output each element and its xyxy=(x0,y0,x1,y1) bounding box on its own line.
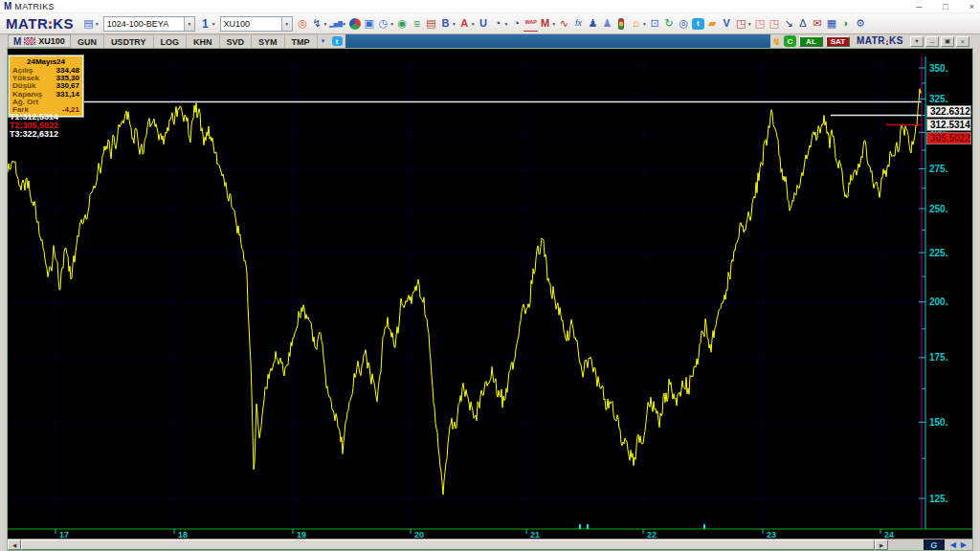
scrollbar-thumb[interactable] xyxy=(21,540,875,550)
globe-icon[interactable]: ◉ xyxy=(395,16,410,32)
alarm-clock-icon[interactable]: ◔ xyxy=(490,16,504,32)
chart-frame-icon[interactable]: ◳ xyxy=(752,16,767,32)
ohlc-info-panel: 24Mayıs24 Açılış334,48Yüksek335,30Düşük3… xyxy=(9,55,83,117)
monitor-icon[interactable]: ▣ xyxy=(362,16,376,32)
header-caret-button[interactable]: ▾ xyxy=(910,36,924,47)
matriks-corner-logo: G xyxy=(924,540,945,550)
chart-frame2-icon[interactable]: ◳ xyxy=(767,16,781,32)
twitter-icon[interactable]: t xyxy=(691,16,705,32)
news-icon[interactable]: ▤ xyxy=(424,16,438,32)
chart-tab[interactable]: M XU100 xyxy=(8,34,71,48)
header-minimize-button[interactable]: ─ xyxy=(925,36,939,47)
pie-chart-icon[interactable] xyxy=(347,16,362,32)
scroll-left-button[interactable]: ◀ xyxy=(8,540,21,550)
x-axis-label: 21 xyxy=(530,530,540,539)
header-button-svd[interactable]: SVD xyxy=(220,34,253,48)
person-icon[interactable]: ♟ xyxy=(586,16,600,32)
search-icon[interactable]: ◎ xyxy=(677,16,691,32)
event-marker xyxy=(703,524,705,529)
app-titlebar: M MATRIKS ─□× xyxy=(0,0,980,13)
header-matriks-logo: MATR KS xyxy=(857,36,903,46)
matriks-m-icon[interactable]: M xyxy=(538,16,552,32)
price-chart-svg[interactable]: 350.325.300.275.250.225.200.175.150.125.… xyxy=(8,49,972,539)
header-button-gun[interactable]: GUN xyxy=(71,34,104,48)
mini-chart-icon[interactable]: ∿ xyxy=(557,16,571,32)
quote-list-icon[interactable]: ≡ xyxy=(410,16,424,32)
header-twitter-icon[interactable]: t xyxy=(329,34,345,48)
letter-a-icon[interactable]: A xyxy=(457,16,472,32)
chart-window-icon[interactable]: ◳ xyxy=(734,16,748,32)
send-icon[interactable]: ↘ xyxy=(781,16,795,32)
buy-button[interactable]: AL xyxy=(799,36,823,47)
y-axis-label: 325. xyxy=(929,94,948,104)
minimize-button[interactable]: ─ xyxy=(916,3,922,11)
scroll-right-button[interactable]: ▶ xyxy=(875,540,888,550)
chevron-down-icon[interactable]: ▾ xyxy=(281,17,292,31)
chart-scrollbar[interactable]: ◀ ▶ G ◀ ▶ xyxy=(8,539,972,550)
letter-v-icon[interactable]: V xyxy=(720,16,734,32)
chevron-down-icon[interactable]: ▾ xyxy=(748,21,751,27)
info-value: -4,21 xyxy=(62,106,79,114)
mail-icon[interactable]: ✉ xyxy=(810,16,824,32)
documents-icon[interactable]: ⊡ xyxy=(648,16,662,32)
header-button-khn[interactable]: KHN xyxy=(187,34,220,48)
bank-icon[interactable]: ⌂ xyxy=(629,16,643,32)
symbol-select[interactable]: XU100▾ xyxy=(220,16,293,32)
scrollbar-track[interactable] xyxy=(888,540,924,550)
chart-frame: 350.325.300.275.250.225.200.175.150.125.… xyxy=(7,48,973,551)
chevron-down-icon[interactable]: ▾ xyxy=(324,21,327,27)
chevron-down-icon[interactable]: ▾ xyxy=(472,21,475,27)
header-button-usdtry[interactable]: USDTRY xyxy=(104,34,154,48)
trendline-label: T3:322,6312 xyxy=(10,130,58,139)
fx-formula-icon[interactable]: fx xyxy=(571,16,586,32)
bold-b-icon[interactable]: B xyxy=(438,16,453,32)
chevron-down-icon[interactable]: ▾ xyxy=(96,21,99,27)
page-forward-button[interactable]: ▶ xyxy=(961,540,967,549)
header-button-log[interactable]: LOG xyxy=(154,34,188,48)
alarm-clock2-icon[interactable]: ◔ xyxy=(509,16,523,32)
chevron-down-icon[interactable]: ▾ xyxy=(184,17,194,31)
header-caret-icon[interactable]: ▼ xyxy=(318,34,329,48)
chevron-down-icon[interactable]: ▾ xyxy=(504,21,507,27)
clock-icon[interactable]: ◷ xyxy=(376,16,390,32)
calculator-icon[interactable]: ▦ xyxy=(824,16,838,32)
realtime-icon: ↯ xyxy=(773,36,781,47)
header-restore-button[interactable]: ▣ xyxy=(941,36,954,47)
gears-icon[interactable]: ⚙ xyxy=(853,16,867,32)
chevron-down-icon[interactable]: ▾ xyxy=(390,21,393,27)
header-button-tmp[interactable]: TMP xyxy=(285,34,318,48)
pointer-tools-icon[interactable]: ↯ xyxy=(310,16,324,32)
bar-chart-icon[interactable]: ▂▅▇ xyxy=(328,16,343,32)
y-axis-label: 275. xyxy=(929,164,948,174)
people-icon[interactable]: ♟ xyxy=(600,16,614,32)
letter-u-icon[interactable]: U xyxy=(476,16,490,32)
page-number[interactable]: 1 xyxy=(198,16,212,32)
chart-plot-area[interactable]: 350.325.300.275.250.225.200.175.150.125.… xyxy=(8,49,972,539)
chevron-down-icon[interactable]: ▾ xyxy=(453,21,456,27)
header-button-sym[interactable]: SYM xyxy=(252,34,285,48)
workspace-select[interactable]: 1024-100-BEYA▾ xyxy=(103,16,195,32)
traffic-light-icon[interactable] xyxy=(614,16,629,32)
wap-icon[interactable]: WAP xyxy=(523,16,538,32)
page-back-button[interactable]: ◀ xyxy=(950,540,956,549)
chart-window-buttons: ▾─▣× xyxy=(910,36,969,47)
chevron-down-icon[interactable]: ▾ xyxy=(643,21,646,27)
maximize-button[interactable]: □ xyxy=(943,3,947,11)
chevron-down-icon[interactable]: ▾ xyxy=(552,21,555,27)
chevron-down-icon[interactable]: ▾ xyxy=(212,21,215,27)
sync-icon[interactable]: ↻ xyxy=(662,16,677,32)
header-buttons: GUNUSDTRYLOGKHNSVDSYMTMP xyxy=(71,34,318,48)
chat-icon[interactable]: ◗ xyxy=(838,16,853,32)
header-close-button[interactable]: × xyxy=(956,36,969,47)
chevron-down-icon[interactable]: ▾ xyxy=(343,21,345,27)
save-icon[interactable]: ▤ xyxy=(81,16,96,32)
bell-icon[interactable]: Δ xyxy=(795,16,810,32)
info-date: 24Mayıs24 xyxy=(12,57,79,66)
folder-icon[interactable]: ▰ xyxy=(705,16,720,32)
header-filler xyxy=(345,34,770,48)
close-button[interactable]: × xyxy=(969,3,974,11)
zoom-icon[interactable]: ◎ xyxy=(296,16,310,32)
chart-header: M XU100 GUNUSDTRYLOGKHNSVDSYMTMP ▼ t ↯ C… xyxy=(8,34,972,48)
chart-pager: ◀ ▶ xyxy=(945,540,972,550)
sell-button[interactable]: SAT xyxy=(826,36,850,47)
